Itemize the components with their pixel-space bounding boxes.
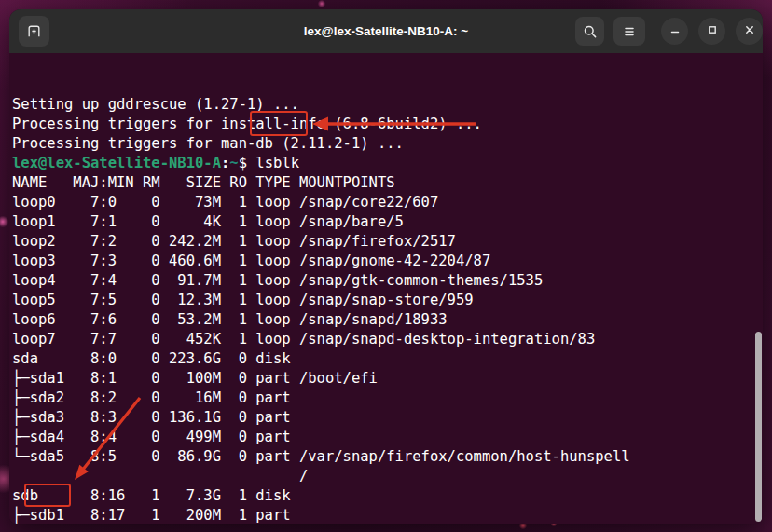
window-title: lex@lex-Satellite-NB10-A: ~: [9, 24, 763, 38]
terminal-output-line: Setting up gddrescue (1.27-1) ...: [12, 95, 763, 115]
minimize-icon: [669, 23, 682, 39]
new-tab-icon: [26, 23, 42, 39]
terminal-output-line: NAME MAJ:MIN RM SIZE RO TYPE MOUNTPOINTS: [12, 173, 763, 193]
scrollbar-thumb[interactable]: [755, 332, 762, 522]
terminal-output-line: loop2 7:2 0 242.2M 1 loop /snap/firefox/…: [12, 232, 763, 252]
terminal-output-line: └─sda5 8:5 0 86.9G 0 part /var/snap/fire…: [12, 447, 763, 467]
titlebar[interactable]: lex@lex-Satellite-NB10-A: ~: [9, 9, 763, 53]
close-button[interactable]: [736, 18, 763, 45]
terminal-lines: Setting up gddrescue (1.27-1) ...Process…: [12, 95, 763, 524]
terminal-output-line: loop5 7:5 0 12.3M 1 loop /snap/snap-stor…: [12, 291, 763, 310]
terminal-output-line: /: [12, 467, 763, 486]
desktop: { "window": { "title": "lex@lex-Satellit…: [0, 0, 772, 532]
search-icon: [583, 24, 598, 39]
new-tab-button[interactable]: [19, 16, 49, 47]
terminal-output-line: loop7 7:7 0 452K 1 loop /snap/snapd-desk…: [12, 330, 763, 349]
terminal-output-line: sda 8:0 0 223.6G 0 disk: [12, 349, 763, 369]
maximize-button[interactable]: [698, 18, 725, 45]
minimize-button[interactable]: [661, 18, 688, 45]
terminal-window: lex@lex-Satellite-NB10-A: ~: [9, 9, 763, 524]
terminal-output-line: loop4 7:4 0 91.7M 1 loop /snap/gtk-commo…: [12, 271, 763, 291]
terminal-content[interactable]: Setting up gddrescue (1.27-1) ...Process…: [9, 53, 763, 524]
terminal-output-line: ├─sdb1 8:17 1 200M 1 part: [12, 506, 763, 524]
terminal-output-line: ├─sda4 8:4 0 499M 0 part: [12, 428, 763, 447]
terminal-output-line: ├─sda2 8:2 0 16M 0 part: [12, 389, 763, 408]
close-icon: [743, 23, 756, 39]
maximize-icon: [706, 23, 719, 39]
terminal-output-line: ├─sda1 8:1 0 100M 0 part /boot/efi: [12, 369, 763, 389]
terminal-output-line: sdb 8:16 1 7.3G 1 disk: [12, 486, 763, 506]
terminal-output-line: loop6 7:6 0 53.2M 1 loop /snap/snapd/189…: [12, 310, 763, 330]
terminal-output-line: Processing triggers for install-info (6.…: [12, 115, 763, 134]
terminal-output-line: Processing triggers for man-db (2.11.2-1…: [12, 134, 763, 154]
menu-button[interactable]: [613, 17, 645, 46]
terminal-output-line: loop0 7:0 0 73M 1 loop /snap/core22/607: [12, 193, 763, 212]
terminal-output-line: loop3 7:3 0 460.6M 1 loop /snap/gnome-42…: [12, 252, 763, 271]
terminal-output-line: loop1 7:1 0 4K 1 loop /snap/bare/5: [12, 212, 763, 232]
terminal-prompt-line: lex@lex-Satellite-NB10-A:~$ lsblk: [12, 154, 763, 173]
search-button[interactable]: [575, 17, 604, 46]
terminal-output-line: ├─sda3 8:3 0 136.1G 0 part: [12, 408, 763, 428]
hamburger-menu-icon: [622, 24, 637, 39]
